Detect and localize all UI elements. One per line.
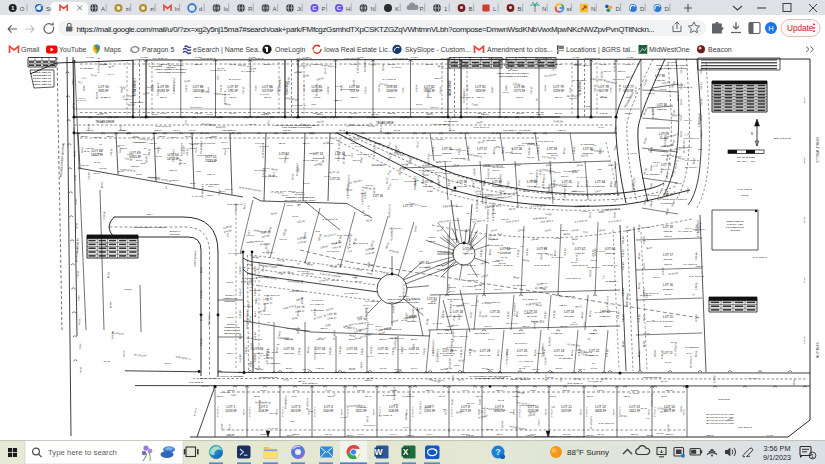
svg-text:110.00': 110.00': [248, 123, 256, 126]
svg-text:88.00': 88.00': [638, 350, 642, 357]
svg-text:N 89°58'00" E: N 89°58'00" E: [262, 175, 278, 178]
svg-text:131.47': 131.47': [194, 96, 202, 98]
svg-text:75.00': 75.00': [518, 144, 525, 147]
svg-text:125.00': 125.00': [581, 154, 590, 157]
svg-text:75.00': 75.00': [412, 343, 415, 350]
svg-text:R=60.00': R=60.00': [355, 145, 365, 148]
svg-text:96.04': 96.04': [680, 405, 683, 412]
svg-text:EASEMENT: EASEMENT: [541, 343, 544, 357]
svg-text:75.00': 75.00': [164, 362, 171, 365]
svg-text:110.00': 110.00': [494, 288, 502, 291]
svg-text:LOT 25: LOT 25: [490, 310, 500, 314]
svg-text:142.68': 142.68': [99, 167, 107, 169]
svg-text:75.00': 75.00': [453, 219, 460, 222]
svg-text:LOT 15: LOT 15: [663, 315, 673, 319]
svg-text:LOT 1 = 91.175 SF: LOT 1 = 91.175 SF: [510, 129, 531, 132]
svg-text:LOT 55: LOT 55: [330, 177, 340, 181]
svg-text:135.00': 135.00': [158, 135, 166, 137]
svg-text:15' UTILITY: 15' UTILITY: [569, 161, 582, 164]
svg-text:96.04': 96.04': [687, 186, 690, 193]
svg-text:THE CITY FOR: THE CITY FOR: [727, 223, 743, 225]
svg-text:110.00': 110.00': [662, 267, 665, 275]
svg-text:16635 SF: 16635 SF: [595, 409, 607, 413]
svg-text:N 89°58'00" E: N 89°58'00" E: [599, 422, 615, 425]
svg-text:S 0°02'27" E: S 0°02'27" E: [515, 377, 529, 380]
svg-text:EASEMENT: EASEMENT: [278, 78, 281, 92]
svg-text:131.47': 131.47': [503, 129, 511, 132]
svg-text:DEDICATED TO: DEDICATED TO: [726, 220, 743, 222]
svg-text:LOT 6: LOT 6: [147, 176, 154, 179]
svg-text:64.99': 64.99': [170, 136, 177, 139]
svg-text:1/4 COR: 1/4 COR: [303, 57, 311, 58]
svg-text:125.00': 125.00': [559, 304, 567, 307]
svg-text:120.16': 120.16': [229, 96, 237, 98]
svg-text:N 89°58'00" E: N 89°58'00" E: [356, 58, 360, 74]
svg-text:75.00': 75.00': [545, 213, 552, 217]
svg-text:135.00': 135.00': [536, 113, 544, 116]
svg-text:C12: C12: [394, 403, 399, 406]
svg-text:R: R: [248, 6, 253, 12]
svg-text:135.00': 135.00': [496, 389, 504, 391]
svg-text:125.00': 125.00': [803, 336, 806, 344]
svg-text:st: st: [567, 6, 572, 12]
svg-text:125.00': 125.00': [168, 62, 171, 71]
svg-text:N 89°58'00" E: N 89°58'00" E: [474, 126, 490, 129]
svg-text:S 0°02'27" E: S 0°02'27" E: [249, 240, 263, 243]
svg-text:88.00': 88.00': [411, 338, 418, 341]
svg-text:64.99': 64.99': [638, 252, 642, 259]
svg-text:96.04': 96.04': [638, 282, 642, 289]
svg-text:120.16': 120.16': [254, 395, 261, 397]
svg-text:S 89°27'33" E: S 89°27'33" E: [534, 264, 549, 267]
svg-text:C12: C12: [597, 168, 602, 171]
svg-text:R=60.00': R=60.00': [577, 176, 587, 179]
svg-text:N 89°58'00" E: N 89°58'00" E: [519, 404, 535, 407]
svg-text:R=60.00': R=60.00': [433, 322, 443, 325]
svg-text:75.00': 75.00': [402, 86, 404, 93]
svg-text:68.42': 68.42': [189, 129, 196, 131]
svg-text:S 0°02'27" E: S 0°02'27" E: [464, 279, 478, 282]
svg-text:1/4 COR: 1/4 COR: [627, 57, 635, 58]
svg-text:N 89°27'33" W 2081.34' (N 89: N 89°27'33" W 2081.34' (N 89°27'33" W 20…: [535, 435, 586, 437]
svg-text:96.04': 96.04': [368, 261, 371, 268]
svg-text:S 0°02'27" E: S 0°02'27" E: [224, 90, 227, 104]
svg-text:120.16': 120.16': [558, 129, 566, 132]
svg-text:15' UTILITY: 15' UTILITY: [430, 154, 443, 157]
svg-text:75.00': 75.00': [416, 103, 423, 106]
svg-text:N 89°58'00" E: N 89°58'00" E: [348, 233, 352, 249]
svg-text:H: H: [346, 6, 350, 12]
svg-text:125.00': 125.00': [415, 84, 417, 92]
svg-text:68.42': 68.42': [661, 395, 667, 397]
svg-text:68.42': 68.42': [803, 96, 806, 103]
svg-text:DEDICATED TO: DEDICATED TO: [33, 83, 51, 86]
svg-text:125.00': 125.00': [586, 354, 594, 357]
svg-text:96.04': 96.04': [544, 84, 546, 91]
svg-text:75.00': 75.00': [665, 293, 672, 296]
svg-text:S 0°02'27" E: S 0°02'27" E: [241, 70, 255, 73]
svg-text:R=60.00': R=60.00': [495, 376, 505, 379]
svg-text:75.00': 75.00': [262, 265, 265, 272]
svg-text:131.47': 131.47': [302, 368, 310, 370]
svg-text:142.68': 142.68': [200, 289, 203, 298]
svg-text:L90: L90: [658, 68, 663, 71]
svg-text:96.04': 96.04': [427, 90, 430, 97]
svg-text:C12: C12: [231, 394, 236, 397]
svg-text:68.42': 68.42': [228, 423, 231, 430]
svg-text:68.42': 68.42': [587, 266, 594, 269]
svg-text:C12: C12: [267, 249, 270, 254]
svg-text:68.42': 68.42': [610, 180, 614, 187]
svg-text:75.00': 75.00': [530, 389, 537, 391]
svg-text:125.00': 125.00': [379, 338, 387, 341]
svg-text:OneLogin: OneLogin: [275, 46, 305, 54]
svg-text:96.04': 96.04': [563, 147, 567, 154]
svg-text:D: D: [665, 6, 670, 12]
svg-text:6674 SF: 6674 SF: [291, 409, 301, 413]
svg-text:68.42': 68.42': [324, 67, 327, 74]
svg-text:68.42': 68.42': [575, 254, 578, 261]
svg-text:11200 SF: 11200 SF: [463, 252, 474, 255]
svg-text:BK 778 PG 60.3 FWA POC: BK 778 PG 60.3 FWA POC: [706, 413, 734, 415]
svg-text:64.99': 64.99': [491, 86, 493, 93]
svg-text:S 0°02'27" E: S 0°02'27" E: [310, 303, 324, 306]
svg-text:68.42': 68.42': [325, 433, 332, 435]
svg-text:R=60.00': R=60.00': [258, 399, 261, 409]
svg-text:75.00': 75.00': [344, 154, 351, 157]
